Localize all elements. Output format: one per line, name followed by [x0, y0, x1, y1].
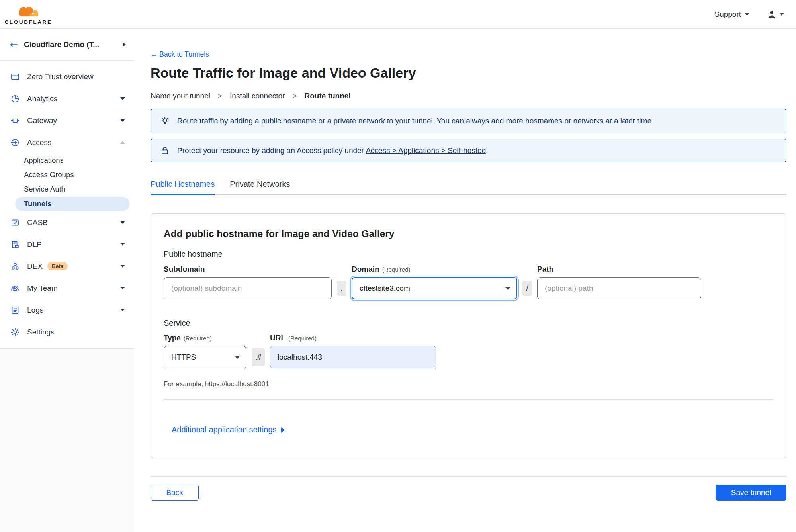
sidebar-item-dex[interactable]: DEX Beta: [0, 255, 134, 277]
sidebar-item-service-auth[interactable]: Service Auth: [0, 182, 134, 196]
sidebar-footer-area: [0, 349, 134, 532]
cloudflare-logo: CLOUDFLARE: [6, 4, 50, 25]
subdomain-field-group: Subdomain: [164, 265, 332, 299]
domain-select[interactable]: cftestsite3.com: [352, 277, 517, 299]
page-title: Route Traffic for Image and Video Galler…: [151, 65, 786, 81]
required-hint: (Required): [288, 335, 317, 342]
gateway-icon: [10, 116, 20, 125]
sidebar-item-logs[interactable]: Logs: [0, 299, 134, 321]
tab-bar: Public Hostnames Private Networks: [151, 180, 786, 195]
sidebar-item-label: Access: [27, 138, 113, 147]
service-section-label: Service: [164, 319, 773, 328]
sidebar-item-access[interactable]: Access: [0, 131, 134, 153]
domain-field-group: Domain(Required) cftestsite3.com: [352, 265, 517, 299]
sidebar-item-tunnels[interactable]: Tunnels: [15, 197, 130, 211]
banner-text-after: .: [486, 146, 488, 155]
user-icon: [767, 10, 776, 19]
path-label: Path: [537, 265, 701, 274]
sidebar: ← Cloudflare Demo (T... Zero Trust overv…: [0, 29, 134, 532]
sub-item-label: Service Auth: [24, 185, 65, 194]
save-tunnel-button[interactable]: Save tunnel: [716, 485, 786, 501]
chevron-down-icon: [120, 221, 125, 224]
domain-label: Domain(Required): [352, 265, 517, 274]
account-switcher[interactable]: ← Cloudflare Demo (T...: [0, 29, 134, 61]
lock-icon: [160, 145, 170, 156]
url-field-group: URL(Required): [270, 334, 436, 368]
sidebar-item-gateway[interactable]: Gateway: [0, 110, 134, 131]
step-install-connector[interactable]: Install connector: [230, 92, 285, 100]
support-menu[interactable]: Support: [714, 10, 749, 19]
support-label: Support: [714, 10, 741, 19]
cloudflare-wordmark: CLOUDFLARE: [5, 19, 52, 25]
chevron-down-icon: [120, 119, 125, 122]
sidebar-item-dlp[interactable]: DLP: [0, 233, 134, 255]
sub-item-label: Tunnels: [24, 200, 52, 208]
sidebar-item-zero-trust-overview[interactable]: Zero Trust overview: [0, 66, 134, 88]
additional-settings-toggle[interactable]: Additional application settings: [172, 425, 285, 434]
sidebar-item-label: DLP: [27, 240, 113, 249]
account-name: Cloudflare Demo (T...: [24, 40, 117, 49]
main-content: ← Back to Tunnels Route Traffic for Imag…: [134, 29, 796, 532]
sidebar-item-casb[interactable]: CASB: [0, 211, 134, 233]
subdomain-label: Subdomain: [164, 265, 332, 274]
access-policy-banner: Protect your resource by adding an Acces…: [151, 139, 786, 162]
back-button[interactable]: Back: [151, 485, 199, 501]
chevron-right-icon[interactable]: [123, 42, 126, 47]
type-field-group: Type(Required) HTTPS: [164, 334, 246, 368]
type-label: Type(Required): [164, 334, 246, 342]
top-bar: CLOUDFLARE Support: [0, 0, 796, 29]
sidebar-item-label: Gateway: [27, 116, 113, 125]
footer-actions: Back Save tunnel: [151, 485, 786, 501]
sidebar-item-access-groups[interactable]: Access Groups: [0, 168, 134, 182]
lightbulb-icon: [160, 116, 170, 126]
sub-item-label: Access Groups: [24, 170, 74, 179]
topbar-actions: Support: [714, 10, 784, 19]
type-selected-value: HTTPS: [171, 353, 196, 362]
user-menu[interactable]: [767, 10, 784, 19]
chevron-down-icon: [779, 13, 784, 16]
chevron-down-icon: [120, 287, 125, 289]
public-hostname-card: Add public hostname for Image and Video …: [151, 213, 786, 458]
service-url-input[interactable]: [270, 346, 436, 368]
chevron-down-icon: [120, 309, 125, 311]
back-arrow-icon[interactable]: ←: [10, 40, 18, 49]
sub-item-label: Applications: [24, 156, 64, 165]
service-type-select[interactable]: HTTPS: [164, 346, 246, 368]
sidebar-item-label: Logs: [27, 306, 113, 315]
access-subnav: Applications Access Groups Service Auth …: [0, 153, 134, 211]
path-field-group: Path: [537, 265, 701, 299]
hostname-fields-row: Subdomain . Domain(Required) cftestsite3…: [164, 265, 773, 299]
access-icon: [10, 138, 20, 147]
subdomain-input[interactable]: [164, 277, 332, 299]
sidebar-item-settings[interactable]: Settings: [0, 321, 134, 343]
access-applications-link[interactable]: Access > Applications > Self-hosted: [366, 146, 486, 155]
sidebar-item-label: DEX Beta: [27, 262, 113, 271]
step-name-your-tunnel[interactable]: Name your tunnel: [151, 92, 210, 100]
url-label: URL(Required): [270, 334, 436, 342]
domain-selected-value: cftestsite3.com: [360, 284, 410, 293]
dex-label: DEX: [27, 262, 43, 271]
overview-icon: [10, 72, 20, 82]
path-input[interactable]: [537, 277, 701, 299]
dex-icon: [10, 262, 20, 271]
required-hint: (Required): [382, 266, 411, 273]
chevron-up-icon: [120, 141, 125, 144]
sidebar-item-my-team[interactable]: My Team: [0, 277, 134, 299]
slash-separator: /: [522, 281, 532, 296]
sidebar-item-applications[interactable]: Applications: [0, 153, 134, 168]
chevron-down-icon: [235, 356, 240, 359]
breadcrumb-separator: >: [218, 92, 222, 100]
sidebar-item-label: My Team: [27, 284, 113, 293]
chevron-down-icon: [745, 13, 749, 16]
sidebar-item-label: Zero Trust overview: [27, 72, 125, 81]
tab-private-networks[interactable]: Private Networks: [230, 180, 290, 194]
sidebar-item-label: Settings: [27, 328, 125, 336]
sidebar-item-label: Analytics: [27, 94, 113, 103]
tab-public-hostnames[interactable]: Public Hostnames: [151, 180, 215, 195]
beta-badge: Beta: [47, 262, 68, 270]
sidebar-item-analytics[interactable]: Analytics: [0, 88, 134, 110]
access-policy-banner-text: Protect your resource by adding an Acces…: [177, 146, 488, 155]
scheme-separator: ://: [252, 348, 265, 366]
back-to-tunnels-link[interactable]: ← Back to Tunnels: [151, 50, 209, 58]
card-heading: Add public hostname for Image and Video …: [164, 228, 773, 239]
